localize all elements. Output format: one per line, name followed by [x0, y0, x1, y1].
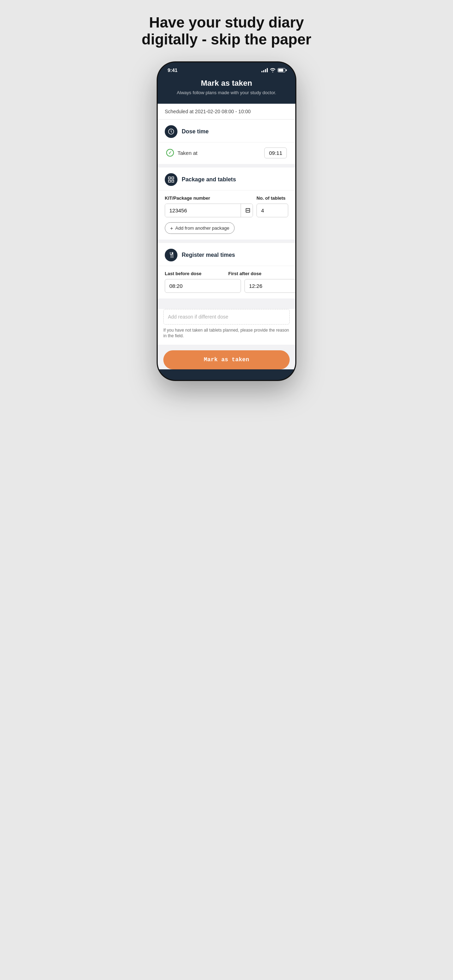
package-icon	[165, 173, 178, 186]
tablets-input[interactable]	[256, 204, 288, 217]
utensils-icon	[168, 251, 175, 259]
meal-times-title: Register meal times	[182, 252, 235, 258]
dose-time-header: Dose time	[158, 119, 295, 143]
kit-label: KIT/Package number	[165, 196, 253, 201]
dose-time-content: Taken at 09:11	[158, 143, 295, 164]
app-header: Mark as taken Always follow plans made w…	[158, 76, 295, 104]
taken-at-left: Taken at	[166, 149, 197, 157]
app-body: Scheduled at 2021-02-20 08:00 - 10:00 Do…	[158, 104, 295, 370]
status-icons	[261, 68, 285, 72]
svg-rect-3	[168, 180, 171, 182]
last-before-label: Last before dose	[165, 271, 225, 276]
page-headline: Have your study diary digitally - skip t…	[128, 14, 325, 48]
signal-icon	[261, 68, 268, 72]
kit-number-group: ⊟	[165, 204, 253, 217]
package-section: Package and tablets KIT/Package number N…	[158, 167, 295, 240]
kit-number-input[interactable]	[165, 204, 241, 217]
taken-at-row: Taken at 09:11	[165, 148, 288, 158]
package-header: Package and tablets	[158, 167, 295, 191]
taken-at-time[interactable]: 09:11	[264, 148, 287, 158]
app-title: Mark as taken	[165, 79, 288, 88]
first-after-input[interactable]	[245, 279, 295, 293]
pkg-inputs: ⊟	[165, 204, 288, 217]
svg-rect-1	[168, 177, 171, 179]
status-bar: 9:41	[158, 62, 295, 76]
meal-times-content: Last before dose First after dose	[158, 266, 295, 298]
meal-labels: Last before dose First after dose	[165, 271, 288, 276]
reason-section: Add reason if different dose If you have…	[158, 309, 295, 345]
clock-icon	[168, 128, 175, 135]
add-package-button[interactable]: + Add from another package	[165, 222, 235, 234]
meal-times-section: Register meal times Last before dose Fir…	[158, 243, 295, 298]
status-time: 9:41	[168, 67, 178, 73]
svg-rect-4	[172, 180, 174, 182]
meal-icon	[165, 249, 178, 261]
check-circle-icon	[166, 149, 174, 157]
app-subtitle: Always follow plans made with your study…	[165, 90, 288, 95]
barcode-scan-button[interactable]: ⊟	[241, 204, 253, 217]
phone-mockup: 9:41 Mark as taken Always follow plans m…	[158, 62, 295, 380]
battery-icon	[278, 68, 285, 72]
wifi-icon	[270, 68, 275, 72]
scheduled-bar: Scheduled at 2021-02-20 08:00 - 10:00	[158, 104, 295, 119]
barcode-icon: ⊟	[245, 206, 251, 214]
add-package-label: Add from another package	[175, 226, 229, 231]
first-after-label: First after dose	[228, 271, 288, 276]
plus-icon: +	[170, 225, 173, 231]
mark-taken-button[interactable]: Mark as taken	[163, 350, 290, 369]
dose-time-title: Dose time	[182, 129, 208, 135]
meal-inputs	[165, 279, 288, 293]
dose-time-icon	[165, 125, 178, 138]
section-divider	[158, 302, 295, 305]
taken-at-label: Taken at	[178, 150, 197, 156]
meal-times-header: Register meal times	[158, 243, 295, 266]
grid-icon	[168, 176, 175, 183]
pkg-labels: KIT/Package number No. of tablets	[165, 196, 288, 201]
reason-textarea-wrap: Add reason if different dose	[163, 309, 290, 325]
dose-time-section: Dose time Taken at 09:11	[158, 119, 295, 164]
package-title: Package and tablets	[182, 177, 236, 183]
svg-rect-2	[172, 177, 174, 179]
reason-placeholder: Add reason if different dose	[168, 314, 228, 320]
package-content: KIT/Package number No. of tablets ⊟ +	[158, 191, 295, 240]
reason-hint: If you have not taken all tablets planne…	[158, 325, 295, 345]
last-before-input[interactable]	[165, 279, 241, 293]
tablets-label: No. of tablets	[256, 196, 288, 201]
